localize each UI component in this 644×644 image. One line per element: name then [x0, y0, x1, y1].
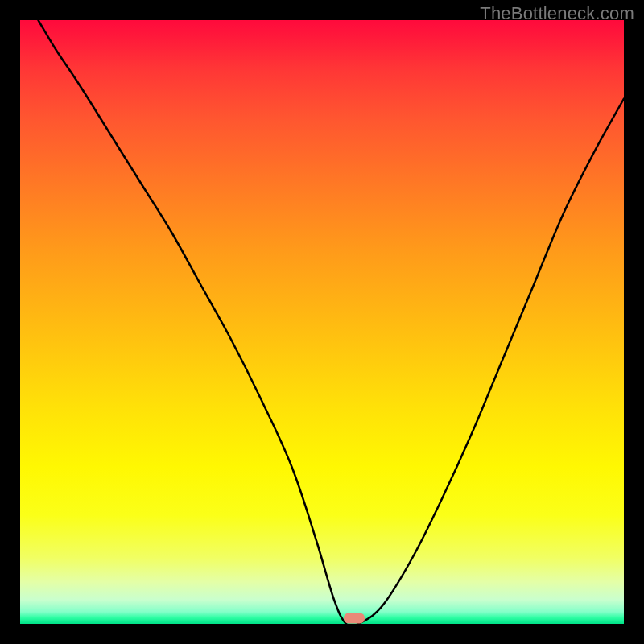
plot-area [20, 20, 624, 624]
optimal-point-marker [344, 613, 365, 624]
bottleneck-curve [20, 20, 624, 624]
chart-frame: TheBottleneck.com [0, 0, 644, 644]
watermark-text: TheBottleneck.com [480, 3, 634, 24]
